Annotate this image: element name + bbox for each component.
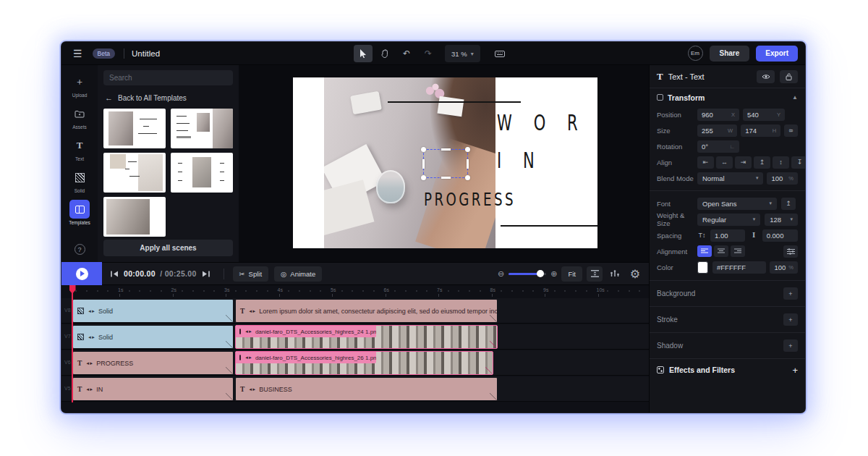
transform-section-header[interactable]: Transform ▲ <box>657 88 798 106</box>
position-y-field[interactable]: 540Y <box>743 109 785 121</box>
sidebar-item-upload[interactable]: ＋ Upload <box>69 72 90 98</box>
align-middle-button[interactable]: ↕ <box>773 156 789 169</box>
effects-and-filters-section[interactable]: Effects and Filters + <box>657 359 798 381</box>
clip-text-lorem[interactable]: T◄► Lorem ipsum dolor sit amet, consecte… <box>235 299 498 323</box>
solid-clip-icon <box>77 334 84 340</box>
zoom-level-dropdown[interactable]: 31 % <box>445 45 480 62</box>
clip-solid[interactable]: ◄► Solid <box>72 299 234 323</box>
sidebar-item-solid[interactable]: Solid <box>69 168 90 193</box>
selection-handle[interactable] <box>441 148 451 151</box>
font-size-dropdown[interactable]: 128 <box>765 214 798 226</box>
blend-opacity-field[interactable]: 100% <box>767 172 798 185</box>
upload-font-icon[interactable]: ↥ <box>781 198 796 210</box>
sidebar-item-assets[interactable]: Assets <box>69 104 90 130</box>
undo-icon[interactable]: ↶ <box>397 45 416 62</box>
template-thumbnail-4[interactable] <box>171 153 233 193</box>
clip-text-progress[interactable]: T◄► PROGRESS <box>72 351 234 375</box>
rotation-field[interactable]: 0°∟ <box>697 140 739 153</box>
align-bottom-button[interactable]: ↧ <box>791 156 805 169</box>
keyboard-shortcuts-icon[interactable] <box>490 45 509 62</box>
add-stroke-button[interactable]: + <box>783 313 798 326</box>
sidebar-item-templates[interactable]: Templates <box>69 200 90 225</box>
skip-to-start-icon[interactable] <box>111 271 119 277</box>
project-title[interactable]: Untitled <box>132 49 160 58</box>
template-thumbnail-3[interactable] <box>103 153 166 193</box>
share-button[interactable]: Share <box>710 46 750 62</box>
canvas-text-progress[interactable]: PROGRESS <box>424 190 516 210</box>
color-opacity-field[interactable]: 100% <box>770 261 798 274</box>
clip-image-26[interactable]: ◄► daniel-faro_DTS_Accessories_highres_2… <box>235 351 493 375</box>
align-right-button[interactable]: ⇥ <box>735 156 752 169</box>
template-thumbnail-1[interactable] <box>103 109 166 148</box>
template-thumbnail-5[interactable] <box>103 197 166 237</box>
lock-button[interactable] <box>780 70 798 83</box>
timeline-ruler[interactable]: 1s2s3s4s5s6s7s8s9s10s11 <box>61 285 649 298</box>
text-options-icon[interactable] <box>783 245 798 258</box>
selection-handle[interactable] <box>422 159 425 169</box>
animate-button[interactable]: ◎Animate <box>274 266 322 282</box>
back-to-templates-button[interactable]: ← Back to All Templates <box>105 93 231 102</box>
canvas-text-in[interactable]: I N <box>497 147 542 173</box>
clip-text-business[interactable]: T◄► BUSINESS <box>235 377 498 401</box>
search-input[interactable] <box>103 70 233 85</box>
visibility-button[interactable] <box>757 70 775 83</box>
selection-box[interactable] <box>423 149 468 178</box>
timeline-zoom-slider[interactable] <box>509 273 546 275</box>
video-canvas[interactable]: W O R I N PROGRESS <box>293 77 597 248</box>
position-x-field[interactable]: 960X <box>697 109 739 121</box>
playhead[interactable] <box>72 285 73 402</box>
apply-all-scenes-button[interactable]: Apply all scenes <box>103 240 233 256</box>
select-tool-button[interactable] <box>354 45 373 62</box>
color-swatch[interactable] <box>697 261 708 274</box>
hand-tool-button[interactable] <box>375 45 394 62</box>
skip-to-end-icon[interactable] <box>202 271 210 277</box>
selection-handle[interactable] <box>467 159 469 169</box>
selection-handle[interactable] <box>465 147 470 152</box>
add-background-button[interactable]: + <box>783 287 798 300</box>
sidebar-item-text[interactable]: T Text <box>69 136 90 161</box>
clip-image-24[interactable]: ◄► daniel-faro_DTS_Accessories_highres_2… <box>235 325 498 349</box>
selection-handle[interactable] <box>421 147 426 152</box>
fit-button[interactable]: Fit <box>561 266 582 282</box>
divider <box>124 48 124 59</box>
avatar[interactable]: Em <box>688 46 703 61</box>
canvas-text-wor[interactable]: W O R <box>497 109 586 135</box>
menu-icon[interactable]: ☰ <box>73 48 82 59</box>
align-top-button[interactable]: ↥ <box>754 156 770 169</box>
add-shadow-button[interactable]: + <box>783 339 798 352</box>
folder-icon <box>69 104 90 123</box>
clip-text-in[interactable]: T◄► IN <box>72 377 234 401</box>
blend-mode-dropdown[interactable]: Normal <box>697 172 763 185</box>
split-button[interactable]: ✂Split <box>233 266 268 282</box>
clip-solid[interactable]: ◄► Solid <box>72 325 234 349</box>
help-icon[interactable]: ? <box>75 244 85 255</box>
animate-clip-icon: ◄► <box>88 335 95 339</box>
color-hex-field[interactable]: #FFFFFF <box>712 261 766 274</box>
align-left-button[interactable]: ⇤ <box>697 156 714 169</box>
font-weight-dropdown[interactable]: Regular <box>697 214 760 226</box>
settings-gear-icon[interactable]: ⚙ <box>627 266 643 282</box>
selection-handle[interactable] <box>441 177 451 179</box>
play-button[interactable] <box>61 262 102 285</box>
canvas-area: W O R I N PROGRESS <box>239 65 649 262</box>
letter-spacing-field[interactable]: 0.000 <box>762 229 798 242</box>
link-dimensions-button[interactable]: 8 <box>784 124 798 137</box>
size-h-field[interactable]: 174H <box>741 124 780 137</box>
size-w-field[interactable]: 255W <box>697 124 737 137</box>
tracks-mixer-icon[interactable] <box>607 266 623 282</box>
selection-handle[interactable] <box>421 175 426 180</box>
line-height-field[interactable]: 1.00 <box>710 229 744 242</box>
zoom-in-icon[interactable]: ⊕ <box>550 269 557 279</box>
redo-icon[interactable]: ↷ <box>419 45 438 62</box>
selection-handle[interactable] <box>465 175 470 180</box>
text-align-left-button[interactable] <box>697 245 712 257</box>
zoom-out-icon[interactable]: ⊖ <box>498 269 504 279</box>
template-thumbnail-2[interactable] <box>171 109 233 148</box>
text-align-right-button[interactable] <box>731 245 745 257</box>
align-center-h-button[interactable]: ↔ <box>716 156 733 169</box>
text-align-center-button[interactable] <box>714 245 728 257</box>
fit-tracks-icon[interactable] <box>587 266 603 282</box>
font-dropdown[interactable]: Open Sans <box>697 198 777 210</box>
add-effects-button[interactable]: + <box>792 365 798 376</box>
export-button[interactable]: Export <box>756 46 798 62</box>
